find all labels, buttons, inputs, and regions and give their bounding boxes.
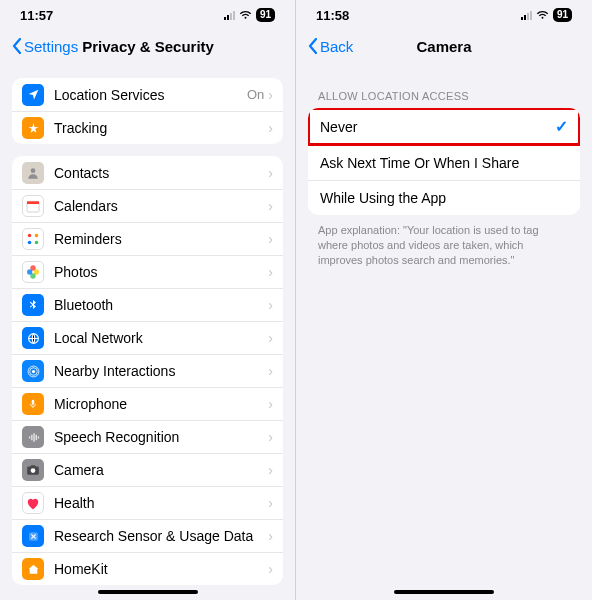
back-label: Settings: [24, 38, 78, 55]
calendars-icon: [22, 195, 44, 217]
chevron-left-icon: [308, 38, 317, 54]
photos-icon: [22, 261, 44, 283]
option-label: While Using the App: [320, 190, 446, 206]
tracking-icon: [22, 117, 44, 139]
status-indicators: 91: [224, 8, 275, 22]
research-icon: [22, 525, 44, 547]
status-indicators: 91: [521, 8, 572, 22]
chevron-right-icon: ›: [268, 331, 273, 345]
settings-row-microphone[interactable]: Microphone›: [12, 387, 283, 420]
settings-row-localnetwork[interactable]: Local Network›: [12, 321, 283, 354]
health-icon: [22, 492, 44, 514]
location-access-options: Never✓Ask Next Time Or When I ShareWhile…: [308, 108, 580, 215]
checkmark-icon: ✓: [555, 117, 568, 136]
row-label: HomeKit: [54, 561, 268, 577]
svg-point-17: [31, 468, 36, 473]
home-indicator: [98, 590, 198, 594]
svg-point-4: [28, 241, 32, 245]
chevron-right-icon: ›: [268, 496, 273, 510]
row-label: Contacts: [54, 165, 268, 181]
chevron-right-icon: ›: [268, 265, 273, 279]
row-label: Local Network: [54, 330, 268, 346]
settings-row-bluetooth[interactable]: Bluetooth›: [12, 288, 283, 321]
homekit-icon: [22, 558, 44, 580]
row-label: Photos: [54, 264, 268, 280]
settings-row-photos[interactable]: Photos›: [12, 255, 283, 288]
row-label: Reminders: [54, 231, 268, 247]
location-option[interactable]: Ask Next Time Or When I Share: [308, 145, 580, 180]
row-label: Bluetooth: [54, 297, 268, 313]
settings-group-privacy-items: Contacts›Calendars›Reminders›Photos›Blue…: [12, 156, 283, 585]
svg-point-5: [35, 234, 39, 238]
back-label: Back: [320, 38, 353, 55]
nearby-icon: [22, 360, 44, 382]
section-header: Allow Location Access: [318, 90, 570, 102]
cellular-icon: [224, 10, 235, 20]
camera-icon: [22, 459, 44, 481]
chevron-right-icon: ›: [268, 166, 273, 180]
chevron-right-icon: ›: [268, 463, 273, 477]
cellular-icon: [521, 10, 532, 20]
settings-row-tracking[interactable]: Tracking›: [12, 111, 283, 144]
svg-point-13: [31, 369, 34, 372]
nav-bar: Back Camera: [296, 30, 592, 62]
row-value: On: [247, 87, 264, 102]
svg-point-0: [31, 168, 36, 173]
settings-row-contacts[interactable]: Contacts›: [12, 156, 283, 189]
screen-privacy-security: 11:57 91 Settings Privacy & Security Loc…: [0, 0, 296, 600]
row-label: Microphone: [54, 396, 268, 412]
reminders-icon: [22, 228, 44, 250]
svg-rect-16: [32, 400, 35, 405]
microphone-icon: [22, 393, 44, 415]
row-label: Camera: [54, 462, 268, 478]
row-label: Research Sensor & Usage Data: [54, 528, 268, 544]
chevron-right-icon: ›: [268, 232, 273, 246]
battery-level: 91: [256, 8, 275, 22]
settings-row-camera[interactable]: Camera›: [12, 453, 283, 486]
row-label: Calendars: [54, 198, 268, 214]
speech-icon: [22, 426, 44, 448]
chevron-right-icon: ›: [268, 298, 273, 312]
settings-row-homekit[interactable]: HomeKit›: [12, 552, 283, 585]
row-label: Nearby Interactions: [54, 363, 268, 379]
nav-bar: Settings Privacy & Security: [0, 30, 295, 62]
localnetwork-icon: [22, 327, 44, 349]
settings-row-reminders[interactable]: Reminders›: [12, 222, 283, 255]
chevron-right-icon: ›: [268, 397, 273, 411]
settings-row-speech[interactable]: Speech Recognition›: [12, 420, 283, 453]
location-icon: [22, 84, 44, 106]
settings-row-health[interactable]: Health›: [12, 486, 283, 519]
battery-level: 91: [553, 8, 572, 22]
status-bar: 11:57 91: [0, 0, 295, 30]
option-label: Never: [320, 119, 357, 135]
row-label: Location Services: [54, 87, 247, 103]
settings-row-research[interactable]: Research Sensor & Usage Data›: [12, 519, 283, 552]
contacts-icon: [22, 162, 44, 184]
footer-explanation: App explanation: "Your location is used …: [318, 223, 570, 268]
settings-group-location: Location ServicesOn›Tracking›: [12, 78, 283, 144]
row-label: Speech Recognition: [54, 429, 268, 445]
chevron-right-icon: ›: [268, 199, 273, 213]
status-bar: 11:58 91: [296, 0, 592, 30]
wifi-icon: [536, 10, 549, 20]
screen-camera-location: 11:58 91 Back Camera Allow Location Acce…: [296, 0, 592, 600]
page-title: Privacy & Security: [82, 38, 214, 55]
status-time: 11:58: [316, 8, 349, 23]
location-option[interactable]: Never✓: [308, 108, 580, 145]
wifi-icon: [239, 10, 252, 20]
settings-row-nearby[interactable]: Nearby Interactions›: [12, 354, 283, 387]
settings-row-calendars[interactable]: Calendars›: [12, 189, 283, 222]
chevron-right-icon: ›: [268, 562, 273, 576]
chevron-right-icon: ›: [268, 88, 273, 102]
back-button[interactable]: Settings: [12, 38, 78, 55]
back-button[interactable]: Back: [308, 38, 353, 55]
location-option[interactable]: While Using the App: [308, 180, 580, 215]
settings-row-location[interactable]: Location ServicesOn›: [12, 78, 283, 111]
home-indicator: [394, 590, 494, 594]
option-label: Ask Next Time Or When I Share: [320, 155, 519, 171]
svg-point-11: [27, 269, 32, 274]
chevron-left-icon: [12, 38, 21, 54]
chevron-right-icon: ›: [268, 121, 273, 135]
status-time: 11:57: [20, 8, 53, 23]
chevron-right-icon: ›: [268, 364, 273, 378]
